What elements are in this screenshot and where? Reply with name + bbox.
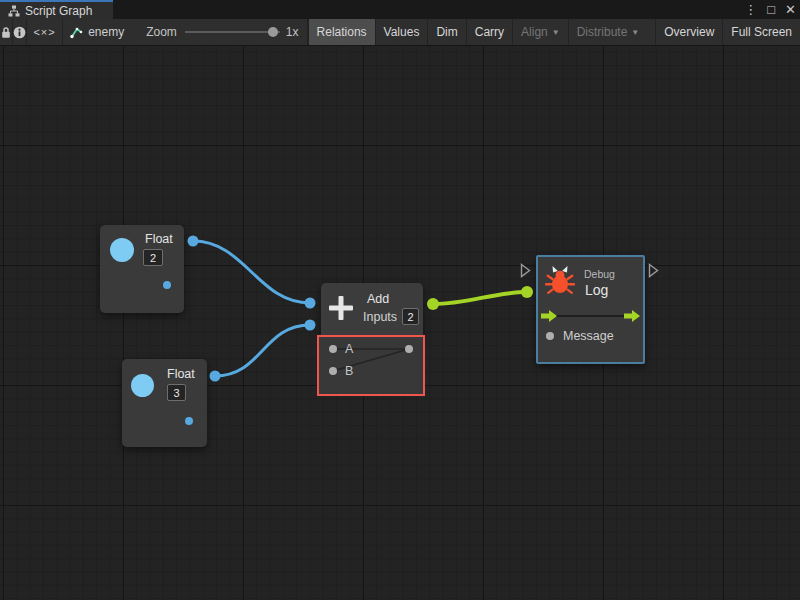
plus-icon: [327, 294, 355, 322]
zoom-value: 1x: [286, 25, 299, 39]
overview-button[interactable]: Overview: [655, 19, 722, 45]
distribute-label: Distribute: [577, 25, 628, 39]
debug-log-node[interactable]: Debug Log Message: [536, 255, 645, 364]
wire-endpoint: [188, 236, 199, 247]
float-type-icon: [110, 238, 134, 262]
info-icon: [13, 26, 26, 39]
float-value-field[interactable]: 2: [143, 249, 163, 266]
flow-out-arrow-icon[interactable]: [624, 310, 640, 322]
edit-source-button[interactable]: <×>: [27, 19, 63, 45]
flow-in-arrow-icon[interactable]: [541, 310, 557, 322]
chevron-down-icon: ▼: [631, 28, 639, 37]
values-label: Values: [384, 25, 420, 39]
wire-float2-to-add-b: [215, 325, 310, 376]
maximize-icon[interactable]: □: [767, 0, 775, 19]
zoom-label: Zoom: [146, 25, 177, 39]
toolbar-gap: [647, 19, 655, 45]
port-b-label: B: [345, 364, 353, 378]
graph-toolbar: <×> enemy Zoom 1x Relations Valu: [0, 19, 800, 46]
toolbar-button-group: Relations Values Dim Carry Align ▼ Distr…: [308, 19, 800, 45]
full-screen-button[interactable]: Full Screen: [722, 19, 800, 45]
output-port[interactable]: [163, 281, 171, 289]
sum-output-port[interactable]: [405, 345, 413, 353]
float-value-field[interactable]: 3: [167, 384, 186, 401]
tab-strip: Script Graph ⋮ □ ✕: [0, 0, 800, 19]
node-title: Float: [145, 232, 173, 246]
add-node[interactable]: Add Inputs 2 A B: [321, 283, 423, 335]
output-port[interactable]: [185, 417, 193, 425]
wire-endpoint: [210, 371, 221, 382]
carry-label: Carry: [475, 25, 504, 39]
lock-button[interactable]: [0, 19, 13, 45]
zoom-slider-track[interactable]: [185, 31, 280, 33]
overview-label: Overview: [664, 25, 714, 39]
graph-hierarchy-icon: [8, 5, 20, 17]
node-title: Log: [585, 282, 608, 298]
input-port-a[interactable]: [329, 345, 337, 353]
align-label: Align: [521, 25, 548, 39]
zoom-control: Zoom 1x: [132, 19, 307, 45]
chevron-down-icon: ▼: [552, 28, 560, 37]
unity-script-graph-window: Script Graph ⋮ □ ✕ <×>: [0, 0, 800, 600]
relations-label: Relations: [317, 25, 367, 39]
message-port-label: Message: [563, 329, 614, 343]
full-screen-label: Full Screen: [731, 25, 792, 39]
dim-button[interactable]: Dim: [427, 19, 465, 45]
window-controls: ⋮ □ ✕: [744, 0, 796, 19]
node-title: Add: [367, 292, 389, 306]
distribute-dropdown[interactable]: Distribute ▼: [568, 19, 648, 45]
close-icon[interactable]: ✕: [785, 0, 796, 19]
flow-exit-triangle-icon[interactable]: [648, 263, 659, 278]
align-dropdown[interactable]: Align ▼: [512, 19, 568, 45]
wire-endpoint: [305, 298, 316, 309]
inputs-count-field[interactable]: 2: [402, 308, 419, 325]
float-node-2[interactable]: Float 3: [122, 359, 207, 447]
values-button[interactable]: Values: [375, 19, 428, 45]
graph-asset-name: enemy: [88, 25, 124, 39]
inputs-label: Inputs: [363, 310, 397, 324]
menu-icon[interactable]: ⋮: [744, 0, 757, 19]
wire-endpoint: [521, 286, 533, 298]
wire-float1-to-add-a: [193, 241, 310, 303]
node-category: Debug: [584, 268, 615, 280]
inspect-button[interactable]: [13, 19, 27, 45]
relations-button[interactable]: Relations: [308, 19, 375, 45]
wire-endpoint: [305, 320, 316, 331]
code-icon: <×>: [33, 26, 55, 38]
node-title: Float: [167, 367, 195, 381]
wire-endpoint: [427, 298, 439, 310]
graph-canvas[interactable]: Float 2 Float 3 Add Inputs 2: [0, 46, 800, 600]
tab-title: Script Graph: [25, 4, 92, 18]
wire-add-to-log: [433, 292, 527, 304]
bug-icon: [545, 265, 575, 295]
zoom-slider-thumb[interactable]: [268, 27, 278, 37]
float-node-1[interactable]: Float 2: [100, 225, 184, 313]
flow-connector-line: [556, 315, 624, 317]
graph-asset-breadcrumb[interactable]: enemy: [63, 19, 132, 45]
message-input-port[interactable]: [546, 332, 554, 340]
lock-icon: [0, 26, 12, 39]
script-graph-asset-icon: [69, 25, 83, 39]
dim-label: Dim: [436, 25, 457, 39]
port-a-label: A: [345, 342, 353, 356]
flow-entry-triangle-icon[interactable]: [520, 263, 531, 278]
add-port-section-selected[interactable]: A B: [317, 335, 425, 396]
carry-button[interactable]: Carry: [466, 19, 512, 45]
zoom-slider[interactable]: [185, 19, 280, 45]
tab-script-graph[interactable]: Script Graph: [0, 0, 113, 19]
float-type-icon: [131, 374, 154, 397]
input-port-b[interactable]: [329, 367, 337, 375]
